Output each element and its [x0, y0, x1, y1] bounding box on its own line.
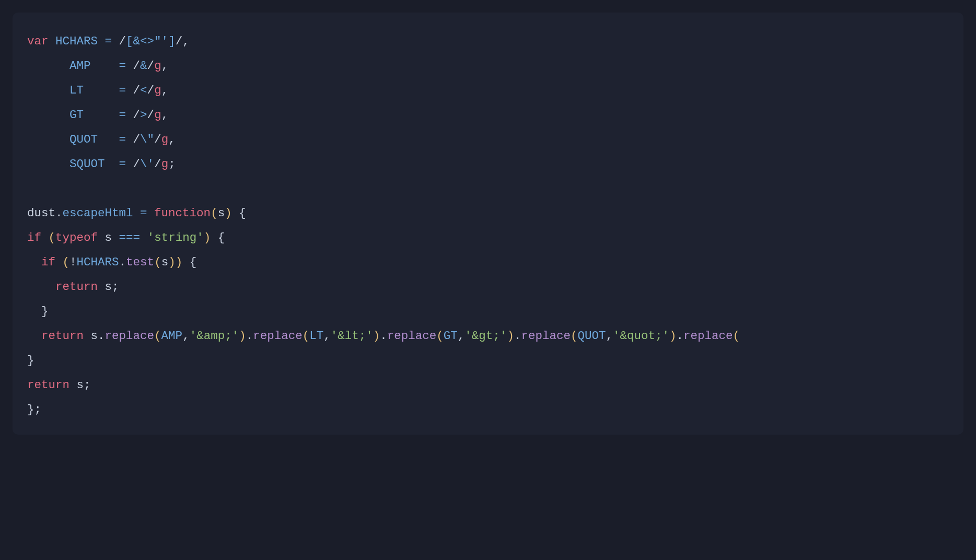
- code-line-5: QUOT = /\"/g,: [27, 133, 176, 146]
- lparen: (: [63, 255, 70, 269]
- const-amp: AMP: [161, 329, 183, 343]
- regex-slash: /: [154, 157, 161, 171]
- string-literal: '&lt;': [331, 329, 373, 343]
- const-quot: QUOT: [69, 133, 98, 146]
- brace-close: }: [41, 305, 49, 318]
- comma: ,: [161, 84, 169, 97]
- equals: =: [140, 206, 147, 220]
- triple-eq: ===: [119, 231, 141, 244]
- regex-body: <: [140, 84, 147, 97]
- brace-open: {: [218, 231, 225, 244]
- equals: =: [119, 108, 126, 122]
- rparen: ): [669, 329, 677, 343]
- regex-flag: g: [161, 133, 169, 146]
- code-line-6: SQUOT = /\'/g;: [27, 157, 176, 171]
- semicolon: ;: [112, 280, 119, 294]
- rparen: ): [507, 329, 514, 343]
- keyword-typeof: typeof: [55, 231, 98, 244]
- dot: .: [514, 329, 521, 343]
- code-line-16: };: [27, 403, 41, 416]
- regex-body: >: [140, 108, 147, 122]
- keyword-return: return: [27, 378, 69, 392]
- regex-flag: g: [154, 84, 161, 97]
- comma: ,: [168, 133, 176, 146]
- const-lt: LT: [69, 84, 84, 97]
- const-hchars: HCHARS: [55, 34, 98, 48]
- brace-close: }: [27, 403, 34, 416]
- const-amp: AMP: [69, 59, 91, 73]
- const-gt: GT: [69, 108, 84, 122]
- regex-slash: /: [133, 157, 141, 171]
- method-replace: replace: [387, 329, 437, 343]
- string-literal: '&gt;': [464, 329, 507, 343]
- comma: ,: [161, 108, 169, 122]
- lparen: (: [154, 255, 161, 269]
- regex-body: \': [140, 157, 154, 171]
- dot: .: [380, 329, 387, 343]
- code-line-4: GT = />/g,: [27, 108, 168, 122]
- prop-escapehtml: escapeHtml: [63, 206, 133, 220]
- code-line-14: }: [27, 354, 34, 367]
- code-line-3: LT = /</g,: [27, 84, 168, 97]
- comma: ,: [458, 329, 465, 343]
- regex-body: \": [140, 133, 154, 146]
- keyword-return: return: [55, 280, 98, 294]
- regex-body: &: [140, 59, 147, 73]
- string-literal: '&quot;': [613, 329, 669, 343]
- code-line-10: if (!HCHARS.test(s)) {: [27, 255, 196, 269]
- const-quot: QUOT: [577, 329, 606, 343]
- regex-slash: /: [133, 133, 141, 146]
- dot: .: [119, 255, 126, 269]
- semicolon: ;: [84, 378, 91, 392]
- dot: .: [55, 206, 63, 220]
- const-gt: GT: [444, 329, 458, 343]
- lparen: (: [49, 231, 56, 244]
- bang: !: [69, 255, 77, 269]
- equals: =: [119, 157, 126, 171]
- regex-slash: /: [133, 84, 141, 97]
- code-line-13: return s.replace(AMP,'&amp;').replace(LT…: [27, 329, 740, 343]
- comma: ,: [606, 329, 613, 343]
- code-line-11: return s;: [27, 280, 119, 294]
- regex-body: [&<>"']: [126, 34, 176, 48]
- rparen: ): [176, 255, 183, 269]
- regex-flag: g: [154, 59, 161, 73]
- var-s: s: [161, 255, 169, 269]
- lparen: (: [154, 329, 161, 343]
- comma: ,: [323, 329, 331, 343]
- comma: ,: [161, 59, 169, 73]
- method-replace: replace: [105, 329, 155, 343]
- lparen: (: [436, 329, 444, 343]
- rparen: ): [239, 329, 246, 343]
- const-lt: LT: [309, 329, 323, 343]
- rparen: ): [204, 231, 211, 244]
- keyword-var: var: [27, 34, 49, 48]
- lparen: (: [303, 329, 310, 343]
- string-literal: '&amp;': [190, 329, 239, 343]
- keyword-if: if: [41, 255, 55, 269]
- var-s: s: [105, 231, 112, 244]
- equals: =: [105, 34, 112, 48]
- obj-dust: dust: [27, 206, 55, 220]
- rparen: ): [373, 329, 380, 343]
- code-block: var HCHARS = /[&<>"']/, AMP = /&/g, LT =…: [13, 13, 963, 435]
- code-line-1: var HCHARS = /[&<>"']/,: [27, 34, 190, 48]
- regex-slash: /: [133, 59, 141, 73]
- method-test: test: [126, 255, 154, 269]
- const-hchars: HCHARS: [77, 255, 119, 269]
- regex-slash: /: [176, 34, 183, 48]
- dot: .: [98, 329, 105, 343]
- method-replace: replace: [521, 329, 571, 343]
- comma: ,: [182, 329, 190, 343]
- code-line-8: dust.escapeHtml = function(s) {: [27, 206, 246, 220]
- semicolon: ;: [168, 157, 176, 171]
- rparen: ): [168, 255, 176, 269]
- rparen: ): [225, 206, 232, 220]
- brace-open: {: [239, 206, 246, 220]
- param-s: s: [218, 206, 225, 220]
- code-line-2: AMP = /&/g,: [27, 59, 168, 73]
- regex-slash: /: [147, 59, 155, 73]
- code-line-12: }: [27, 305, 49, 318]
- code-line-15: return s;: [27, 378, 91, 392]
- lparen: (: [211, 206, 218, 220]
